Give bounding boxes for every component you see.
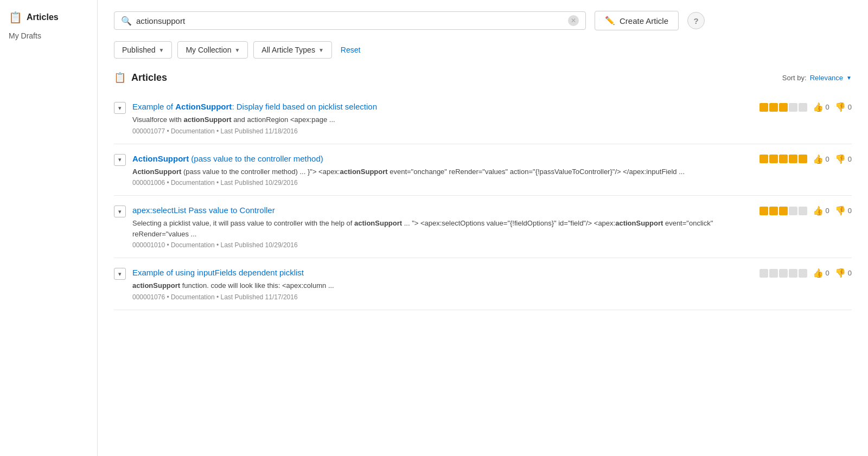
- create-article-label: Create Article: [620, 16, 668, 25]
- articles-title-icon: 📋: [114, 72, 126, 84]
- star-0: [760, 269, 768, 278]
- star-3: [789, 269, 797, 278]
- star-0: [760, 207, 768, 215]
- table-row: ▾apex:selectList Pass value to Controlle…: [114, 196, 852, 258]
- help-icon: ?: [693, 16, 698, 25]
- table-row: ▾Example of using inputFields dependent …: [114, 258, 852, 310]
- article-excerpt: ActionSupport (pass value to the control…: [132, 166, 748, 177]
- search-input[interactable]: [136, 16, 568, 25]
- article-title[interactable]: Example of ActionSupport: Display field …: [132, 101, 748, 112]
- help-button[interactable]: ?: [687, 12, 705, 29]
- table-row: ▾ActionSupport (pass value to the contro…: [114, 144, 852, 196]
- article-content: ActionSupport (pass value to the control…: [132, 153, 748, 187]
- star-0: [760, 103, 768, 112]
- article-stars: [760, 103, 807, 112]
- articles-section-title: 📋 Articles: [114, 72, 167, 84]
- search-container: 🔍 ✕: [114, 11, 586, 30]
- thumbs-down-icon[interactable]: 👎: [835, 268, 846, 278]
- sidebar-title-label: Articles: [27, 12, 59, 22]
- published-filter-label: Published: [122, 46, 156, 54]
- vote-up-section: 👍0: [813, 268, 829, 278]
- published-filter-arrow: ▼: [159, 47, 164, 53]
- star-1: [769, 155, 778, 163]
- articles-header: 📋 Articles Sort by: Relevance ▼: [114, 72, 852, 84]
- thumbs-up-icon[interactable]: 👍: [813, 268, 824, 278]
- thumbs-up-icon[interactable]: 👍: [813, 205, 824, 216]
- star-4: [799, 155, 807, 163]
- thumbs-down-count: 0: [848, 207, 852, 215]
- star-4: [799, 269, 807, 278]
- thumbs-up-count: 0: [826, 155, 829, 163]
- star-1: [769, 103, 778, 112]
- articles-title-label: Articles: [131, 72, 167, 84]
- star-3: [789, 103, 797, 112]
- star-2: [779, 155, 788, 163]
- article-expand-button[interactable]: ▾: [114, 205, 126, 217]
- article-title[interactable]: apex:selectList Pass value to Controller: [132, 204, 748, 216]
- article-title[interactable]: Example of using inputFields dependent p…: [132, 267, 748, 278]
- sidebar-title: 📋 Articles: [9, 11, 88, 24]
- search-row: 🔍 ✕ ✏️ Create Article ?: [114, 11, 852, 30]
- article-content: apex:selectList Pass value to Controller…: [132, 204, 748, 249]
- article-excerpt: Visualforce with actionSupport and actio…: [132, 114, 748, 125]
- article-meta: 000001006 • Documentation • Last Publish…: [132, 179, 748, 187]
- vote-down-section: 👎0: [835, 268, 852, 278]
- my-collection-filter-button[interactable]: My Collection ▼: [177, 41, 248, 59]
- star-4: [799, 207, 807, 215]
- sort-by-section: Sort by: Relevance ▼: [782, 74, 852, 82]
- create-article-button[interactable]: ✏️ Create Article: [595, 11, 679, 30]
- sidebar: 📋 Articles My Drafts: [0, 0, 98, 456]
- star-1: [769, 269, 778, 278]
- search-clear-button[interactable]: ✕: [568, 15, 579, 26]
- thumbs-down-icon[interactable]: 👎: [835, 154, 846, 164]
- sidebar-item-my-drafts[interactable]: My Drafts: [9, 29, 88, 42]
- thumbs-up-count: 0: [826, 269, 829, 277]
- all-article-types-filter-label: All Article Types: [261, 46, 315, 54]
- article-expand-button[interactable]: ▾: [114, 102, 126, 114]
- thumbs-up-icon[interactable]: 👍: [813, 102, 824, 112]
- article-ratings: 👍0👎0: [754, 205, 852, 216]
- article-content: Example of ActionSupport: Display field …: [132, 101, 748, 135]
- thumbs-down-count: 0: [848, 103, 852, 111]
- article-stars: [760, 269, 807, 278]
- star-2: [779, 207, 788, 215]
- vote-down-section: 👎0: [835, 205, 852, 216]
- star-2: [779, 269, 788, 278]
- thumbs-down-count: 0: [848, 269, 852, 277]
- thumbs-up-count: 0: [826, 207, 829, 215]
- article-meta: 000001010 • Documentation • Last Publish…: [132, 241, 748, 249]
- my-collection-filter-label: My Collection: [186, 46, 231, 54]
- article-ratings: 👍0👎0: [754, 268, 852, 278]
- star-0: [760, 155, 768, 163]
- star-2: [779, 103, 788, 112]
- vote-up-section: 👍0: [813, 154, 829, 164]
- vote-down-section: 👎0: [835, 154, 852, 164]
- main-content: 🔍 ✕ ✏️ Create Article ? Published ▼ My C…: [98, 0, 868, 456]
- article-expand-button[interactable]: ▾: [114, 154, 126, 166]
- article-meta: 000001077 • Documentation • Last Publish…: [132, 127, 748, 135]
- sort-by-value[interactable]: Relevance: [810, 74, 843, 82]
- thumbs-down-icon[interactable]: 👎: [835, 205, 846, 216]
- article-stars: [760, 207, 807, 215]
- article-list: ▾Example of ActionSupport: Display field…: [114, 92, 852, 310]
- reset-filters-link[interactable]: Reset: [341, 46, 361, 54]
- article-excerpt: actionSupport function. code will look l…: [132, 280, 748, 291]
- thumbs-up-icon[interactable]: 👍: [813, 154, 824, 164]
- thumbs-down-count: 0: [848, 155, 852, 163]
- table-row: ▾Example of ActionSupport: Display field…: [114, 92, 852, 144]
- thumbs-up-count: 0: [826, 103, 829, 111]
- article-meta: 000001076 • Documentation • Last Publish…: [132, 293, 748, 301]
- star-4: [799, 103, 807, 112]
- article-ratings: 👍0👎0: [754, 102, 852, 112]
- vote-up-section: 👍0: [813, 205, 829, 216]
- published-filter-button[interactable]: Published ▼: [114, 41, 172, 59]
- vote-down-section: 👎0: [835, 102, 852, 112]
- thumbs-down-icon[interactable]: 👎: [835, 102, 846, 112]
- article-title[interactable]: ActionSupport (pass value to the control…: [132, 153, 748, 164]
- vote-up-section: 👍0: [813, 102, 829, 112]
- all-article-types-filter-button[interactable]: All Article Types ▼: [253, 41, 331, 59]
- sort-by-arrow[interactable]: ▼: [846, 75, 852, 81]
- all-article-types-filter-arrow: ▼: [318, 47, 324, 53]
- star-3: [789, 155, 797, 163]
- article-expand-button[interactable]: ▾: [114, 268, 126, 280]
